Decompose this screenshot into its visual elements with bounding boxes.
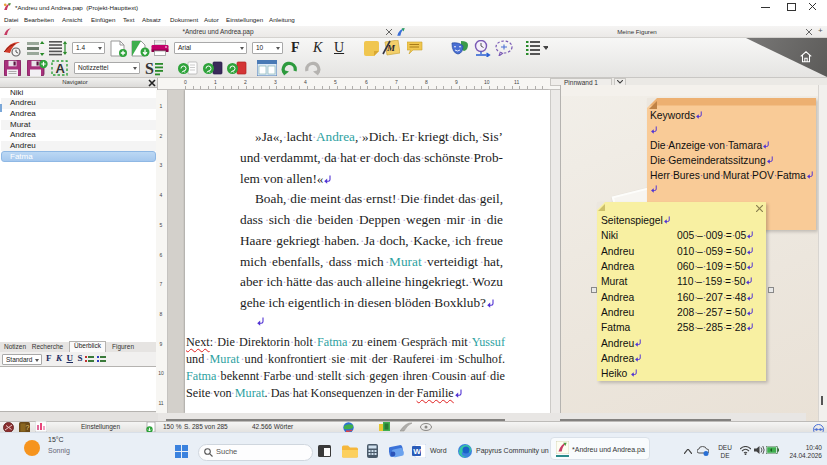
svg-text:A: A xyxy=(56,61,66,76)
svg-text:W: W xyxy=(413,447,421,456)
svg-text:?: ? xyxy=(26,424,30,431)
svg-text:S: S xyxy=(145,60,154,76)
